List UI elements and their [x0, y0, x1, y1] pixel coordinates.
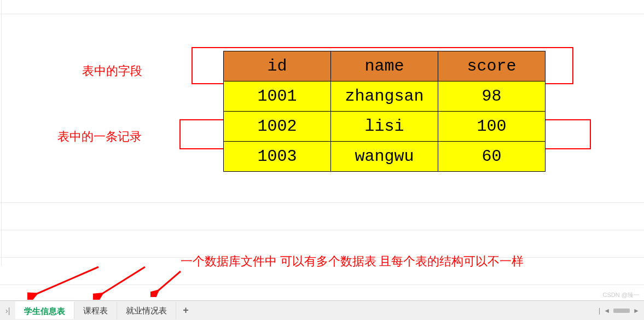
- table-row[interactable]: 1001 zhangsan 98: [224, 82, 546, 112]
- horizontal-scrollbar[interactable]: [613, 309, 630, 313]
- cell-name[interactable]: lisi: [331, 112, 438, 142]
- annotation-multiple-tables: 一个数据库文件中 可以有多个数据表 且每个表的结构可以不一样: [181, 253, 524, 270]
- cell-score[interactable]: 100: [438, 112, 546, 142]
- sheet-tab-student-info[interactable]: 学生信息表: [15, 301, 74, 319]
- cell-id[interactable]: 1003: [224, 142, 331, 172]
- column-header-name[interactable]: name: [331, 51, 438, 82]
- table-row[interactable]: 1002 lisi 100: [224, 112, 546, 142]
- scroll-left-icon[interactable]: ◄: [604, 307, 610, 315]
- tab-scroll-controls: | ◄ ►: [599, 307, 644, 315]
- column-header-id[interactable]: id: [224, 51, 331, 82]
- table-header-row: id name score: [224, 51, 546, 82]
- sheet-tab-course[interactable]: 课程表: [74, 302, 117, 319]
- annotation-record-row: 表中的一条记录: [57, 129, 142, 145]
- table-row[interactable]: 1003 wangwu 60: [224, 142, 546, 172]
- watermark: CSDN @臻一: [603, 291, 640, 299]
- column-header-score[interactable]: score: [438, 51, 546, 82]
- cell-score[interactable]: 98: [438, 82, 546, 112]
- cell-name[interactable]: zhangsan: [331, 82, 438, 112]
- divider-icon: |: [599, 307, 600, 315]
- cell-id[interactable]: 1001: [224, 82, 331, 112]
- sheet-tab-bar: ›| 学生信息表 课程表 就业情况表 + | ◄ ►: [0, 300, 644, 320]
- data-table: id name score 1001 zhangsan 98 1002 lisi…: [223, 51, 546, 172]
- cell-score[interactable]: 60: [438, 142, 546, 172]
- cell-id[interactable]: 1002: [224, 112, 331, 142]
- cell-name[interactable]: wangwu: [331, 142, 438, 172]
- sheet-tab-employment[interactable]: 就业情况表: [117, 302, 176, 319]
- tab-nav-first-icon[interactable]: ›|: [0, 306, 15, 315]
- annotation-header-fields: 表中的字段: [82, 63, 142, 79]
- add-sheet-button[interactable]: +: [176, 305, 195, 316]
- scroll-right-icon[interactable]: ►: [633, 307, 640, 315]
